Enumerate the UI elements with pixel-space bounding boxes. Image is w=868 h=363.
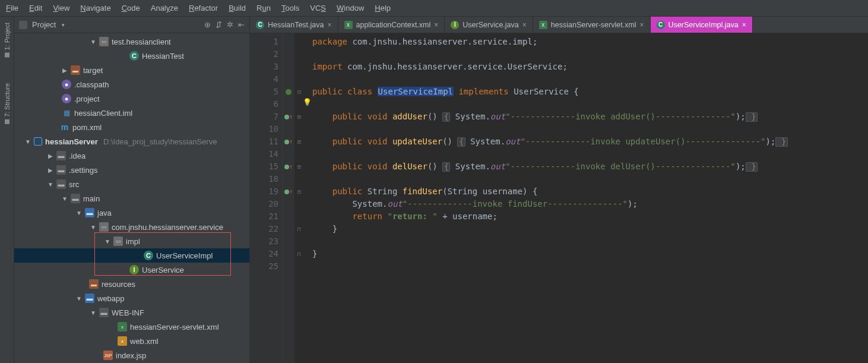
editor-body[interactable]: 1234567101114151819202122232425 ↑ ↑ ↑ ↑ …: [250, 33, 868, 363]
project-title[interactable]: Project▾: [32, 20, 199, 29]
tree-node[interactable]: ▦hessianClient.iml: [14, 106, 249, 120]
tree-node[interactable]: ▶▬.settings: [14, 163, 249, 177]
tab-userservice[interactable]: IUserService.java×: [445, 17, 533, 33]
locate-icon[interactable]: ⊕: [204, 20, 211, 29]
file-icon: ●: [62, 94, 71, 103]
interface-icon: I: [451, 21, 459, 29]
class-icon: C: [144, 251, 153, 260]
tab-userserviceimpl[interactable]: CUserServiceImpl.java×: [651, 17, 753, 33]
menu-help[interactable]: Help: [375, 4, 391, 12]
module-icon: [34, 137, 42, 146]
project-tool-window: Project▾ ⊕ ⇵ ✲ ⇤ ▼▭test.hessianclient CH…: [14, 17, 250, 363]
tree-node[interactable]: ▼▬src: [14, 177, 249, 191]
tree-node[interactable]: CHessianTest: [14, 49, 249, 63]
folder-icon: ▬: [71, 194, 80, 203]
menu-navigate[interactable]: Navigate: [80, 4, 110, 12]
menu-run[interactable]: Run: [256, 4, 271, 12]
package-icon: ▭: [99, 222, 109, 232]
xml-icon: x: [118, 322, 127, 332]
menu-refactor[interactable]: Refactor: [189, 4, 218, 12]
menu-edit[interactable]: Edit: [29, 4, 42, 12]
tree-node[interactable]: xweb.xml: [14, 334, 249, 348]
fold-gutter: ⊟⊞⊞⊞⊟⊓⊓: [294, 33, 304, 363]
hide-icon[interactable]: ⇤: [238, 20, 245, 29]
tree-node[interactable]: ▬resources: [14, 277, 249, 291]
maven-icon: m: [60, 122, 69, 132]
selected-class-name: UserServiceImpl: [378, 87, 454, 96]
chevron-down-icon: ▾: [62, 22, 65, 28]
class-icon: C: [129, 51, 139, 61]
tree-node[interactable]: ▶▬.idea: [14, 149, 249, 163]
xml-icon: x: [539, 21, 547, 29]
menu-code[interactable]: Code: [122, 4, 140, 12]
settings-icon[interactable]: ✲: [227, 20, 233, 29]
override-up-icon[interactable]: ↑: [289, 160, 293, 173]
xml-icon: x: [344, 21, 353, 29]
override-up-icon[interactable]: ↑: [289, 135, 293, 148]
implements-marker-icon[interactable]: [284, 190, 289, 194]
menu-tools[interactable]: Tools: [281, 4, 299, 12]
tree-node[interactable]: ▼▬main: [14, 191, 249, 206]
interface-icon: I: [129, 265, 139, 274]
iml-icon: ▦: [62, 108, 71, 118]
menu-analyze[interactable]: Analyze: [151, 4, 178, 12]
tree-node[interactable]: JSPindex.jsp: [14, 348, 249, 362]
close-icon[interactable]: ×: [742, 21, 746, 29]
tree-node[interactable]: ▼▭test.hessianclient: [14, 34, 249, 49]
close-icon[interactable]: ×: [640, 21, 644, 29]
tree-node[interactable]: ▶▬target: [14, 63, 249, 77]
package-icon: ▭: [99, 37, 109, 46]
file-icon: ●: [62, 80, 71, 89]
marker-gutter: ↑ ↑ ↑ ↑: [283, 33, 294, 363]
tree-node[interactable]: xhessianServer-servlet.xml: [14, 320, 249, 334]
project-icon: [19, 21, 27, 29]
menu-file[interactable]: File: [6, 4, 18, 12]
implements-marker-icon[interactable]: [284, 140, 289, 144]
editor-area: CHessianTest.java× xapplicationContext.x…: [250, 17, 868, 363]
folder-icon: ▬: [56, 151, 66, 160]
tool-project[interactable]: 1: Project: [4, 23, 11, 57]
implements-marker-icon[interactable]: [284, 165, 289, 169]
collapse-icon[interactable]: ⇵: [216, 20, 222, 29]
tree-node[interactable]: mpom.xml: [14, 120, 249, 134]
override-marker-icon[interactable]: [286, 89, 292, 95]
folder-icon: ▬: [71, 65, 80, 75]
folder-icon: ▬: [56, 179, 66, 189]
menu-build[interactable]: Build: [229, 4, 246, 12]
package-icon: ▭: [113, 236, 123, 246]
tree-node-selected[interactable]: CUserServiceImpl: [14, 248, 249, 263]
tree-node[interactable]: ▼▬WEB-INF: [14, 305, 249, 320]
code-content[interactable]: 💡 package com.jnshu.hessianserver.servic…: [304, 33, 868, 363]
close-icon[interactable]: ×: [328, 21, 332, 29]
project-tree[interactable]: ▼▭test.hessianclient CHessianTest ▶▬targ…: [14, 33, 249, 363]
class-icon: C: [657, 21, 665, 29]
tree-node[interactable]: ▼▭impl: [14, 234, 249, 248]
intention-bulb-icon[interactable]: 💡: [303, 96, 312, 109]
tab-hessianserver-servlet[interactable]: xhessianServer-servlet.xml×: [533, 17, 651, 33]
tree-node[interactable]: ●.project: [14, 91, 249, 106]
tree-node[interactable]: IUserService: [14, 263, 249, 277]
close-icon[interactable]: ×: [434, 21, 438, 29]
implements-marker-icon[interactable]: [284, 115, 289, 119]
menu-window[interactable]: Window: [337, 4, 364, 12]
tool-structure[interactable]: 7: Structure: [4, 83, 11, 124]
folder-icon: ▬: [56, 165, 66, 175]
override-up-icon[interactable]: ↑: [289, 185, 293, 198]
tab-applicationcontext[interactable]: xapplicationContext.xml×: [338, 17, 445, 33]
folder-icon: ▬: [99, 308, 109, 317]
tree-node[interactable]: ▼▬java: [14, 206, 249, 220]
line-number-gutter: 1234567101114151819202122232425: [250, 33, 283, 363]
tab-hessiantest[interactable]: CHessianTest.java×: [250, 17, 338, 33]
tree-node[interactable]: ▼▬webapp: [14, 291, 249, 305]
tool-window-strip: 1: Project 7: Structure: [0, 17, 14, 363]
override-up-icon[interactable]: ↑: [289, 111, 293, 123]
tree-node-module[interactable]: ▼hessianServerD:\Idea_proj_study\hessian…: [14, 134, 249, 149]
jsp-icon: JSP: [103, 351, 113, 360]
tree-node[interactable]: ▼▭com.jnshu.hessianserver.service: [14, 220, 249, 234]
class-icon: C: [256, 21, 264, 29]
source-folder-icon: ▬: [85, 208, 94, 217]
menu-view[interactable]: View: [53, 4, 69, 12]
tree-node[interactable]: ●.classpath: [14, 77, 249, 91]
menu-vcs[interactable]: VCS: [310, 4, 326, 12]
close-icon[interactable]: ×: [522, 21, 527, 29]
